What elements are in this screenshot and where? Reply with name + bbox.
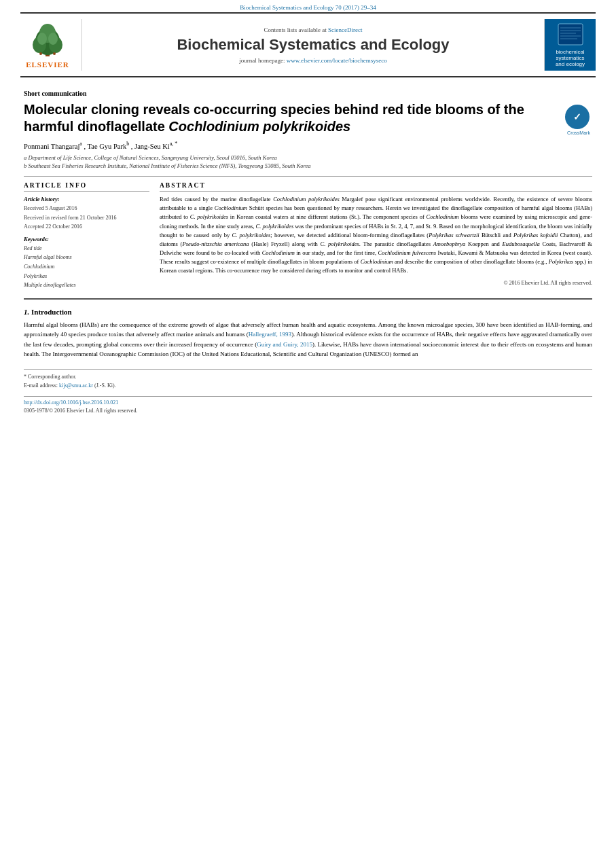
svg-rect-9 <box>558 24 583 45</box>
abstract-copyright: © 2016 Elsevier Ltd. All rights reserved… <box>160 280 592 286</box>
doi-url[interactable]: http://dx.doi.org/10.1016/j.bse.2016.10.… <box>24 399 592 406</box>
keyword-5: Multiple dinoflagellates <box>24 281 149 290</box>
svg-point-7 <box>39 52 42 55</box>
revised-date: Received in revised form 21 October 2016 <box>24 213 149 223</box>
introduction-text: Harmful algal blooms (HABs) are the cons… <box>24 320 592 359</box>
footnote-email-label: E-mail address: <box>24 382 58 389</box>
author3-sup: a, * <box>170 141 178 147</box>
footnote-star: * Corresponding author. <box>24 374 77 380</box>
affiliation-b: b Southeast Sea Fisheries Research Insti… <box>24 162 592 171</box>
author2-sup: b <box>126 141 129 147</box>
svg-point-6 <box>48 33 58 45</box>
svg-point-5 <box>37 33 47 45</box>
sciencedirect-link[interactable]: ScienceDirect <box>328 26 362 33</box>
affiliation-a: a Department of Life Science, College of… <box>24 154 592 162</box>
badge-text-line2: systematics <box>556 55 585 61</box>
journal-citation: Biochemical Systematics and Ecology 70 (… <box>240 4 376 11</box>
article-history-label: Article history: <box>24 196 149 202</box>
section-number: 1. <box>24 308 29 316</box>
badge-text-line3: and ecology <box>556 61 585 67</box>
journal-badge: biochemical systematics and ecology <box>545 19 596 71</box>
homepage-url[interactable]: www.elsevier.com/locate/biochemsyseco <box>287 57 387 64</box>
journal-header-center: Contents lists available at ScienceDirec… <box>81 19 545 71</box>
crossmark-icon: ✓ <box>565 105 590 129</box>
author2-name: , Tae Gyu Park <box>84 143 127 150</box>
article-title-block: Molecular cloning reveals co-occurring s… <box>24 101 592 135</box>
intro-paragraph: Harmful algal blooms (HABs) are the cons… <box>24 321 592 357</box>
bottom-copyright: 0305-1978/© 2016 Elsevier Ltd. All right… <box>24 408 592 414</box>
doi-section: http://dx.doi.org/10.1016/j.bse.2016.10.… <box>24 396 592 414</box>
article-title-italic: Cochlodinium polykrikoides <box>168 119 350 134</box>
content-area: Short communication Molecular cloning re… <box>0 77 616 420</box>
authors-line: Ponmani Thangaraja , Tae Gyu Parkb , Jan… <box>24 141 592 150</box>
keywords-label: Keywords: <box>24 236 149 243</box>
keyword-1: Red tide <box>24 244 149 253</box>
ref-hallegraeff[interactable]: Hallegraeff, 1993 <box>249 331 291 338</box>
article-info-column: ARTICLE INFO Article history: Received 5… <box>24 182 149 290</box>
accepted-date: Accepted 22 October 2016 <box>24 222 149 232</box>
sciencedirect-line: Contents lists available at ScienceDirec… <box>264 26 363 33</box>
footnote-area: * Corresponding author. E-mail address: … <box>24 369 592 391</box>
affiliations: a Department of Life Science, College of… <box>24 154 592 171</box>
elsevier-wordmark: ELSEVIER <box>26 60 69 69</box>
keyword-2: Harmful algal blooms <box>24 253 149 262</box>
abstract-header: ABSTRACT <box>160 182 592 192</box>
separator-1 <box>24 176 592 177</box>
abstract-column: ABSTRACT Red tides caused by the marine … <box>160 182 592 290</box>
journal-citation-bar: Biochemical Systematics and Ecology 70 (… <box>0 0 616 12</box>
footnote-corresponding: * Corresponding author. <box>24 373 592 382</box>
footnote-email-line: E-mail address: kijs@smu.ac.kr (J.-S. Ki… <box>24 382 592 391</box>
elsevier-tree-icon <box>27 21 68 58</box>
elsevier-logo-block: ELSEVIER <box>20 19 81 71</box>
footnote-email-link[interactable]: kijs@smu.ac.kr <box>59 382 93 389</box>
journal-header: ELSEVIER Contents lists available at Sci… <box>20 12 596 77</box>
abstract-text: Red tides caused by the marine dinoflage… <box>160 195 592 276</box>
keyword-3: Cochlodinium <box>24 262 149 272</box>
badge-text-line1: biochemical <box>556 49 584 55</box>
crossmark-badge[interactable]: ✓ CrossMark <box>565 105 592 135</box>
keyword-4: Polykrikas <box>24 272 149 281</box>
ref-guiry[interactable]: Guiry and Guiry, 2015 <box>257 341 312 348</box>
article-history-dates: Received 5 August 2016 Received in revis… <box>24 204 149 232</box>
crossmark-label: CrossMark <box>565 130 592 135</box>
two-column-section: ARTICLE INFO Article history: Received 5… <box>24 182 592 290</box>
author1-name: Ponmani Thangaraj <box>24 143 79 150</box>
article-type: Short communication <box>24 90 592 97</box>
author1-sup: a <box>79 141 82 147</box>
author3-name: , Jang-Seu Ki <box>131 143 170 150</box>
full-separator <box>24 298 592 300</box>
svg-point-8 <box>53 52 56 55</box>
introduction-heading: 1. Introduction <box>24 308 592 316</box>
article-info-header: ARTICLE INFO <box>24 182 149 192</box>
homepage-line: journal homepage: www.elsevier.com/locat… <box>239 57 386 64</box>
badge-journal-icon <box>557 22 584 46</box>
received-date: Received 5 August 2016 <box>24 204 149 213</box>
abstract-content: Red tides caused by the marine dinoflage… <box>160 196 592 274</box>
article-title: Molecular cloning reveals co-occurring s… <box>24 101 558 135</box>
footnote-email-suffix: (J.-S. Ki). <box>94 382 116 389</box>
journal-title: Biochemical Systematics and Ecology <box>177 36 449 54</box>
keywords-list: Red tide Harmful algal blooms Cochlodini… <box>24 244 149 290</box>
section-title: Introduction <box>31 308 72 316</box>
